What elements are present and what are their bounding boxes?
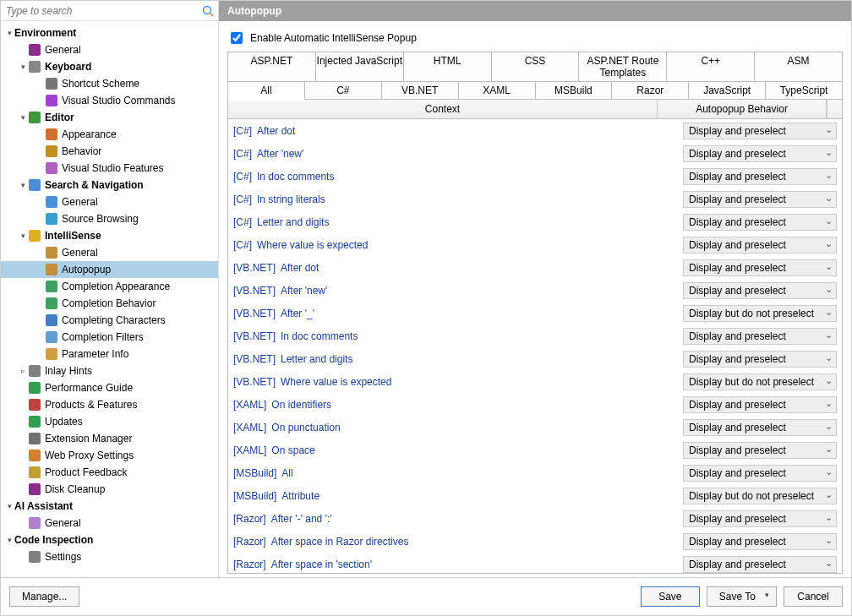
grid-body[interactable]: [C#]After dotDisplay and preselect[C#]Af… — [227, 119, 843, 574]
behavior-dropdown[interactable]: Display and preselect — [683, 556, 837, 573]
lang-tag: [C#] — [233, 148, 252, 160]
tab-msbuild[interactable]: MSBuild — [536, 82, 613, 100]
tree-item-code-inspection[interactable]: ▾Code Inspection — [1, 532, 218, 548]
tab-html[interactable]: HTML — [404, 52, 492, 82]
tree-item-completion-appearance[interactable]: Completion Appearance — [1, 278, 218, 295]
behavior-dropdown[interactable]: Display and preselect — [683, 168, 837, 185]
tree-item-performance-guide[interactable]: Performance Guide — [1, 379, 218, 396]
expand-arrow-icon[interactable]: ▹ — [18, 367, 28, 375]
tree-item-search-navigation[interactable]: ▾Search & Navigation — [1, 177, 218, 194]
tree-item-general[interactable]: General — [1, 194, 218, 210]
context-cell: [XAML]On identifiers — [233, 399, 683, 411]
tree-item-parameter-info[interactable]: Parameter Info — [1, 346, 218, 363]
tree-item-label: Product Feedback — [45, 466, 215, 478]
tree-item-shortcut-scheme[interactable]: Shortcut Scheme — [1, 75, 218, 92]
tree-item-intellisense[interactable]: ▾IntelliSense — [1, 227, 218, 244]
behavior-dropdown[interactable]: Display and preselect — [683, 510, 837, 527]
cancel-button[interactable]: Cancel — [784, 586, 843, 607]
expand-arrow-icon[interactable]: ▾ — [4, 502, 14, 510]
tree-item-general[interactable]: General — [1, 244, 218, 261]
behavior-dropdown[interactable]: Display and preselect — [683, 145, 837, 162]
expand-arrow-icon[interactable]: ▾ — [4, 29, 14, 37]
cap-icon — [45, 280, 58, 293]
tree-item-products-features[interactable]: Products & Features — [1, 396, 218, 413]
tab-all[interactable]: All — [228, 82, 305, 100]
grid-row: [C#]After 'new'Display and preselect — [228, 142, 842, 165]
tree-item-completion-filters[interactable]: Completion Filters — [1, 329, 218, 346]
tree-item-general[interactable]: General — [1, 41, 218, 58]
behavior-dropdown[interactable]: Display and preselect — [683, 396, 837, 413]
expand-arrow-icon[interactable]: ▾ — [18, 63, 28, 71]
behavior-dropdown[interactable]: Display and preselect — [683, 419, 837, 436]
behavior-dropdown[interactable]: Display and preselect — [683, 214, 837, 231]
manage-button[interactable]: Manage... — [9, 586, 79, 607]
behavior-dropdown[interactable]: Display and preselect — [683, 237, 837, 253]
tree-item-keyboard[interactable]: ▾Keyboard — [1, 58, 218, 75]
behavior-dropdown[interactable]: Display and preselect — [683, 533, 837, 550]
context-desc: On punctuation — [271, 422, 340, 433]
tree-item-visual-studio-features[interactable]: Visual Studio Features — [1, 160, 218, 177]
wrench-icon — [45, 77, 58, 90]
enable-checkbox[interactable] — [231, 32, 243, 44]
tree-item-extension-manager[interactable]: Extension Manager — [1, 430, 218, 447]
tree-item-editor[interactable]: ▾Editor — [1, 109, 218, 126]
tab-c-[interactable]: C# — [305, 82, 382, 100]
expand-arrow-icon[interactable]: ▾ — [18, 232, 28, 240]
tree-item-source-browsing[interactable]: Source Browsing — [1, 210, 218, 227]
tree-item-label: Completion Appearance — [62, 281, 215, 292]
tab-razor[interactable]: Razor — [612, 82, 689, 100]
behavior-dropdown[interactable]: Display and preselect — [683, 123, 837, 139]
tab-css[interactable]: CSS — [492, 52, 580, 82]
tree-item-appearance[interactable]: Appearance — [1, 126, 218, 143]
tab-javascript[interactable]: JavaScript — [689, 82, 766, 100]
behavior-dropdown[interactable]: Display but do not preselect — [683, 488, 837, 504]
context-desc: On identifiers — [271, 399, 331, 411]
behavior-dropdown[interactable]: Display and preselect — [683, 351, 837, 368]
tree-item-autopopup[interactable]: Autopopup — [1, 261, 218, 278]
tree-item-updates[interactable]: Updates — [1, 413, 218, 430]
tree-item-visual-studio-commands[interactable]: Visual Studio Commands — [1, 92, 218, 109]
search-input[interactable] — [4, 3, 201, 19]
tree-item-general[interactable]: General — [1, 515, 218, 532]
tree-item-web-proxy-settings[interactable]: Web Proxy Settings — [1, 447, 218, 464]
tree-item-inlay-hints[interactable]: ▹Inlay Hints — [1, 363, 218, 379]
behavior-dropdown[interactable]: Display and preselect — [683, 259, 837, 276]
tree-item-product-feedback[interactable]: Product Feedback — [1, 464, 218, 481]
settings-tree[interactable]: ▾EnvironmentGeneral▾KeyboardShortcut Sch… — [1, 21, 218, 577]
behavior-dropdown[interactable]: Display but do not preselect — [683, 305, 837, 322]
tab-xaml[interactable]: XAML — [459, 82, 536, 100]
behavior-dropdown[interactable]: Display and preselect — [683, 442, 837, 459]
tab-asm[interactable]: ASM — [755, 52, 842, 82]
tab-asp-net-route-templates[interactable]: ASP.NET Route Templates — [579, 52, 667, 82]
tab-injected-javascript[interactable]: Injected JavaScript — [316, 52, 404, 82]
tree-item-label: Completion Filters — [62, 331, 215, 343]
save-to-button[interactable]: Save To — [707, 586, 777, 607]
behavior-dropdown[interactable]: Display and preselect — [683, 191, 837, 208]
footer: Manage... Save Save To Cancel — [1, 577, 851, 615]
context-cell: [VB.NET]Letter and digits — [233, 353, 683, 365]
enable-checkbox-row[interactable]: Enable Automatic IntelliSense Popup — [227, 30, 843, 46]
expand-arrow-icon[interactable]: ▾ — [4, 536, 14, 544]
column-context[interactable]: Context — [228, 100, 658, 118]
save-button[interactable]: Save — [641, 586, 700, 607]
behavior-dropdown[interactable]: Display and preselect — [683, 282, 837, 299]
tree-item-disk-cleanup[interactable]: Disk Cleanup — [1, 481, 218, 498]
column-behavior[interactable]: Autopopup Behavior — [658, 100, 827, 118]
tab-c-[interactable]: C++ — [667, 52, 755, 82]
expand-arrow-icon[interactable]: ▾ — [18, 113, 28, 122]
tree-item-ai-assistant[interactable]: ▾AI Assistant — [1, 498, 218, 515]
tree-item-completing-characters[interactable]: Completing Characters — [1, 312, 218, 329]
context-desc: After '-' and ':' — [271, 513, 332, 525]
tree-item-settings[interactable]: Settings — [1, 548, 218, 565]
tab-vb-net[interactable]: VB.NET — [382, 82, 459, 100]
search-icon[interactable] — [201, 4, 215, 18]
tree-item-environment[interactable]: ▾Environment — [1, 25, 218, 41]
tree-item-behavior[interactable]: Behavior — [1, 143, 218, 160]
tab-asp-net[interactable]: ASP.NET — [228, 52, 316, 82]
tree-item-completion-behavior[interactable]: Completion Behavior — [1, 295, 218, 312]
tab-typescript[interactable]: TypeScript — [766, 82, 842, 100]
expand-arrow-icon[interactable]: ▾ — [18, 181, 28, 189]
behavior-dropdown[interactable]: Display and preselect — [683, 465, 837, 482]
behavior-dropdown[interactable]: Display but do not preselect — [683, 373, 837, 390]
behavior-dropdown[interactable]: Display and preselect — [683, 328, 837, 345]
